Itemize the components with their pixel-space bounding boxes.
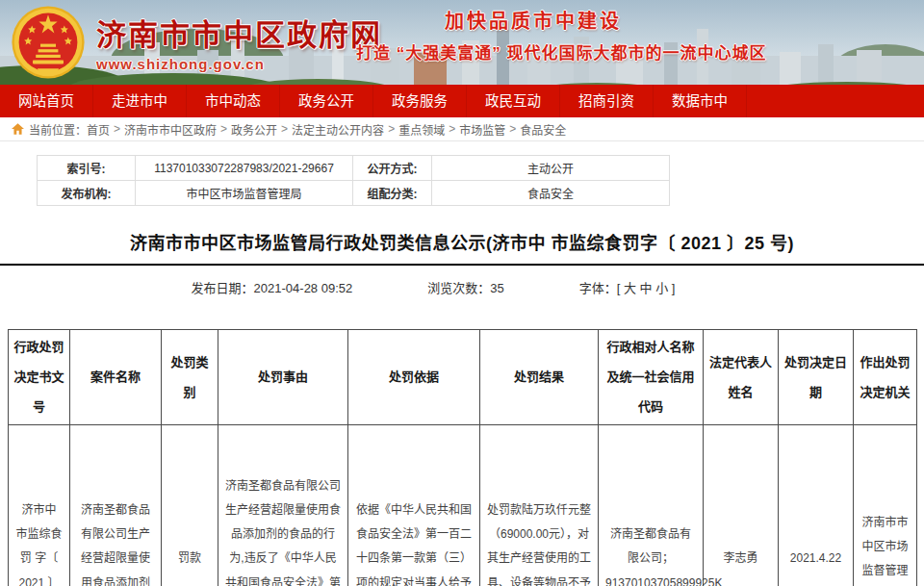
col-header-deciding-authority: 作出处罚决定机关 [854,330,917,425]
banner-slogans: 加快品质市中建设 打造 “大强美富通” 现代化国际大都市的一流中心城区 [356,6,914,64]
col-header-decision-number: 行政处罚决定书文号 [9,330,70,425]
index-number-label: 索引号: [38,156,136,181]
breadcrumb-item-district[interactable]: 济南市市中区政府 [124,121,217,138]
home-icon [12,123,24,135]
title-divider [0,264,924,266]
col-header-decision-date: 处罚决定日期 [779,330,854,425]
penalty-table-header-row: 行政处罚决定书文号 案件名称 处罚类别 处罚事由 处罚依据 处罚结果 行政相对人… [9,330,917,425]
cell-penalty-reason: 济南圣都食品有限公司生产经营超限量使用食品添加剂的食品的行为,违反了《中华人民共… [218,424,348,586]
info-row-1: 索引号: 113701033072287983/2021-29667 公开方式:… [38,156,670,181]
nav-item-home[interactable]: 网站首页 [0,85,93,117]
index-number-value: 113701033072287983/2021-29667 [136,156,353,181]
slogan-line-2: 打造 “大强美富通” 现代化国际大都市的一流中心城区 [356,39,914,64]
publish-date: 发布日期：2021-04-28 09:52 [192,278,353,296]
penalty-table-row: 济市中 市监综食罚 字〔 2021 〕 25 号 济南圣都食品有限公司生产经营超… [9,424,917,586]
slogan-line-1: 加快品质市中建设 [445,6,914,34]
cell-penalty-result: 处罚款陆万玖仟元整（69000.00元），对其生产经营使用的工具、设备等物品不予… [480,424,599,586]
breadcrumb-separator: > [281,122,288,136]
nav-item-about[interactable]: 走进市中 [93,85,187,117]
category-label: 组配分类: [353,181,432,206]
nav-item-interaction[interactable]: 政民互动 [467,85,560,117]
breadcrumb-item-key-areas[interactable]: 重点领域 [398,121,445,138]
nav-item-gov-affairs[interactable]: 政务公开 [280,85,373,117]
breadcrumb-item-home[interactable]: 首页 [87,121,110,138]
article-meta: 发布日期：2021-04-28 09:52 浏览次数：35 字体：[ 大 中 小… [0,278,895,296]
open-mode-label: 公开方式: [353,156,432,181]
breadcrumb-separator: > [220,122,227,136]
publisher-label: 发布机构: [38,181,136,206]
col-header-legal-representative: 法定代表人姓名 [704,330,779,425]
document-info-table: 索引号: 113701033072287983/2021-29667 公开方式:… [37,155,670,206]
breadcrumb-separator: > [388,122,395,136]
national-emblem-icon [10,3,87,82]
font-size-options[interactable]: [ 大 中 小 ] [617,281,676,295]
site-url: www.shizhong.gov.cn [96,56,382,72]
publisher-value: 市中区市场监督管理局 [136,181,353,206]
breadcrumb-separator: > [114,122,120,136]
cell-legal-representative: 李志勇 [704,424,779,586]
page-title: 济南市市中区市场监管局行政处罚类信息公示(济市中 市监综食罚字〔 2021 〕2… [0,229,924,254]
col-header-penalty-result: 处罚结果 [480,330,599,425]
breadcrumb-item-food-safety[interactable]: 食品安全 [520,121,566,138]
breadcrumb-separator: > [509,122,516,136]
nav-item-data[interactable]: 数据市中 [654,85,747,117]
col-header-penalty-reason: 处罚事由 [218,330,348,425]
info-row-2: 发布机构: 市中区市场监督管理局 组配分类: 食品安全 [38,181,670,206]
main-nav: 网站首页 走进市中 市中动态 政务公开 政务服务 政民互动 招商引资 数据市中 [0,85,924,117]
nav-item-news[interactable]: 市中动态 [187,85,280,117]
breadcrumb-item-statutory[interactable]: 法定主动公开内容 [292,121,384,138]
cell-decision-number: 济市中 市监综食罚 字〔 2021 〕 25 号 [9,424,70,586]
breadcrumb-item-gov-open[interactable]: 政务公开 [231,121,277,138]
page: 济南市市中区政府网 www.shizhong.gov.cn 加快品质市中建设 打… [0,0,924,586]
breadcrumb-prefix: 当前位置： [29,121,87,138]
col-header-party-name-credit-code: 行政相对人名称及统一社会信用代码 [599,330,704,425]
penalty-table: 行政处罚决定书文号 案件名称 处罚类别 处罚事由 处罚依据 处罚结果 行政相对人… [8,329,917,586]
cell-party-name-credit-code: 济南圣都食品有限公司；91370103705899925K [599,424,704,586]
site-header: 济南市市中区政府网 www.shizhong.gov.cn 加快品质市中建设 打… [0,0,924,85]
nav-item-services[interactable]: 政务服务 [373,85,467,117]
cell-decision-date: 2021.4.22 [779,424,854,586]
site-title-block: 济南市市中区政府网 www.shizhong.gov.cn [96,3,382,72]
cell-penalty-basis: 依据《中华人民共和国食品安全法》第一百二十四条第一款第（三）项的规定对当事人给予… [348,424,480,586]
cell-penalty-type: 罚款 [162,424,218,586]
site-name: 济南市市中区政府网 [96,11,382,54]
col-header-penalty-basis: 处罚依据 [348,330,480,425]
col-header-case-name: 案件名称 [70,330,162,425]
category-value: 食品安全 [432,181,670,206]
breadcrumb: 当前位置： 首页 > 济南市市中区政府 > 政务公开 > 法定主动公开内容 > … [0,117,924,141]
breadcrumb-item-market-reg[interactable]: 市场监管 [459,121,505,138]
col-header-penalty-type: 处罚类别 [162,330,218,425]
cell-case-name: 济南圣都食品有限公司生产经营超限量使用食品添加剂的食品案 [70,424,162,586]
breadcrumb-separator: > [449,122,455,136]
nav-item-investment[interactable]: 招商引资 [560,85,654,117]
view-count: 浏览次数：35 [427,278,503,296]
font-size-control: 字体：[ 大 中 小 ] [579,278,676,296]
cell-deciding-authority: 济南市市中区市场监督管理局 [854,424,917,586]
site-logo[interactable]: 济南市市中区政府网 www.shizhong.gov.cn [10,3,382,82]
open-mode-value: 主动公开 [432,156,670,181]
